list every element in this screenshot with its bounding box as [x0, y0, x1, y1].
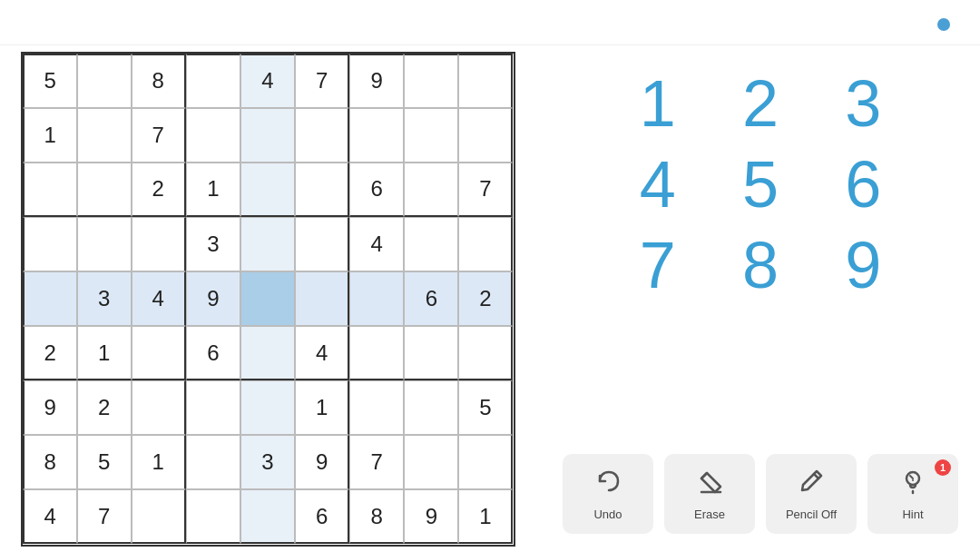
cell-r1c2[interactable]: 7	[132, 108, 186, 163]
cell-r1c4[interactable]	[240, 108, 295, 163]
cell-r1c1[interactable]	[77, 108, 132, 163]
cell-r6c6[interactable]	[349, 380, 404, 435]
cell-r8c4[interactable]	[240, 489, 295, 544]
cell-r4c6[interactable]	[349, 271, 404, 326]
cell-r0c1[interactable]	[77, 54, 132, 108]
cell-r4c3[interactable]: 9	[186, 271, 240, 326]
cell-r0c4[interactable]: 4	[240, 54, 295, 108]
cell-r4c2[interactable]: 4	[132, 271, 186, 326]
erase-label: Erase	[694, 508, 725, 521]
num-btn-5[interactable]: 5	[709, 144, 811, 225]
cell-r2c8[interactable]: 7	[458, 163, 513, 217]
cell-r3c4[interactable]	[240, 217, 295, 271]
cell-r1c5[interactable]	[295, 108, 349, 163]
cell-r0c6[interactable]: 9	[349, 54, 404, 108]
cell-r0c8[interactable]	[458, 54, 513, 108]
cell-r7c7[interactable]	[404, 435, 458, 489]
cell-r0c3[interactable]	[186, 54, 240, 108]
cell-r4c1[interactable]: 3	[77, 271, 132, 326]
cell-r1c8[interactable]	[458, 108, 513, 163]
cell-r7c2[interactable]: 1	[132, 435, 186, 489]
cell-r7c8[interactable]	[458, 435, 513, 489]
cell-r1c0[interactable]: 1	[23, 108, 77, 163]
cell-r8c0[interactable]: 4	[23, 489, 77, 544]
cell-r5c0[interactable]: 2	[23, 326, 77, 380]
cell-r8c7[interactable]: 9	[404, 489, 458, 544]
num-btn-6[interactable]: 6	[812, 144, 915, 225]
cell-r3c7[interactable]	[404, 217, 458, 271]
cell-r4c4[interactable]	[240, 271, 295, 326]
cell-r0c5[interactable]: 7	[295, 54, 349, 108]
cell-r1c7[interactable]	[404, 108, 458, 163]
cell-r6c1[interactable]: 2	[77, 380, 132, 435]
cell-r2c3[interactable]: 1	[186, 163, 240, 217]
cell-r6c4[interactable]	[240, 380, 295, 435]
cell-r0c0[interactable]: 5	[23, 54, 77, 108]
cell-r5c6[interactable]	[349, 326, 404, 380]
num-btn-7[interactable]: 7	[606, 225, 709, 306]
cell-r7c3[interactable]	[186, 435, 240, 489]
cell-r3c0[interactable]	[23, 217, 77, 271]
cell-r7c0[interactable]: 8	[23, 435, 77, 489]
cell-r2c7[interactable]	[404, 163, 458, 217]
number-pad: 123456789	[606, 64, 915, 307]
cell-r6c0[interactable]: 9	[23, 380, 77, 435]
cell-r3c8[interactable]	[458, 217, 513, 271]
cell-r6c5[interactable]: 1	[295, 380, 349, 435]
cell-r7c6[interactable]: 7	[349, 435, 404, 489]
cell-r3c1[interactable]	[77, 217, 132, 271]
cell-r1c6[interactable]	[349, 108, 404, 163]
cell-r7c4[interactable]: 3	[240, 435, 295, 489]
num-btn-2[interactable]: 2	[709, 64, 811, 144]
cell-r8c8[interactable]: 1	[458, 489, 513, 544]
num-btn-9[interactable]: 9	[812, 225, 915, 306]
cell-r6c7[interactable]	[404, 380, 458, 435]
undo-icon	[593, 467, 622, 502]
cell-r4c5[interactable]	[295, 271, 349, 326]
cell-r4c8[interactable]: 2	[458, 271, 513, 326]
cell-r6c3[interactable]	[186, 380, 240, 435]
cell-r2c1[interactable]	[77, 163, 132, 217]
cell-r8c6[interactable]: 8	[349, 489, 404, 544]
cell-r2c6[interactable]: 6	[349, 163, 404, 217]
cell-r3c6[interactable]: 4	[349, 217, 404, 271]
hint-button[interactable]: 1Hint	[867, 454, 958, 534]
cell-r2c2[interactable]: 2	[132, 163, 186, 217]
pencil-off-button[interactable]: Pencil Off	[766, 454, 857, 534]
cell-r6c2[interactable]	[132, 380, 186, 435]
cell-r8c3[interactable]	[186, 489, 240, 544]
cell-r7c1[interactable]: 5	[77, 435, 132, 489]
cell-r5c2[interactable]	[132, 326, 186, 380]
cell-r8c1[interactable]: 7	[77, 489, 132, 544]
cell-r8c2[interactable]	[132, 489, 186, 544]
cell-r5c8[interactable]	[458, 326, 513, 380]
cell-r5c4[interactable]	[240, 326, 295, 380]
cell-r5c7[interactable]	[404, 326, 458, 380]
cell-r1c3[interactable]	[186, 108, 240, 163]
num-btn-4[interactable]: 4	[606, 144, 709, 225]
num-btn-3[interactable]: 3	[812, 64, 915, 144]
undo-button[interactable]: Undo	[563, 454, 653, 534]
cell-r0c2[interactable]: 8	[132, 54, 186, 108]
cell-r7c5[interactable]: 9	[295, 435, 349, 489]
cell-r2c4[interactable]	[240, 163, 295, 217]
erase-button[interactable]: Erase	[664, 454, 755, 534]
cell-r5c5[interactable]: 4	[295, 326, 349, 380]
cell-r4c0[interactable]	[23, 271, 77, 326]
cell-r8c5[interactable]: 6	[295, 489, 349, 544]
num-btn-8[interactable]: 8	[709, 225, 811, 306]
hint-label: Hint	[902, 508, 923, 521]
cell-r3c3[interactable]: 3	[186, 217, 240, 271]
cell-r0c7[interactable]	[404, 54, 458, 108]
cell-r2c5[interactable]	[295, 163, 349, 217]
sudoku-grid: 58479172167343496221649215851397476891	[21, 52, 515, 547]
cell-r5c3[interactable]: 6	[186, 326, 240, 380]
cell-r6c8[interactable]: 5	[458, 380, 513, 435]
cell-r3c2[interactable]	[132, 217, 186, 271]
cell-r3c5[interactable]	[295, 217, 349, 271]
cell-r5c1[interactable]: 1	[77, 326, 132, 380]
svg-line-2	[814, 474, 818, 478]
cell-r2c0[interactable]	[23, 163, 77, 217]
cell-r4c7[interactable]: 6	[404, 271, 458, 326]
num-btn-1[interactable]: 1	[606, 64, 709, 144]
